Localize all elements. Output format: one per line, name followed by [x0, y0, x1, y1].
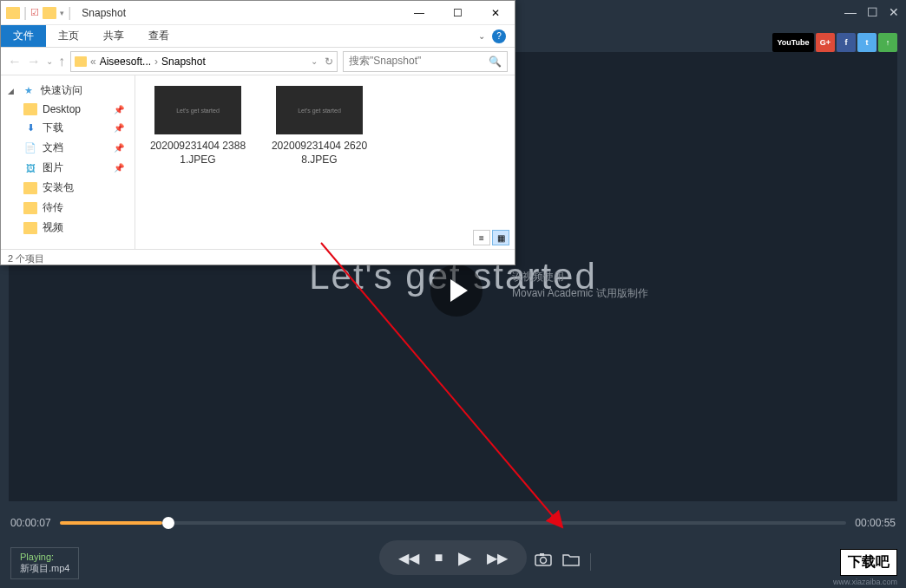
refresh-button[interactable]: ↻: [325, 56, 333, 68]
timeline: 00:00:07 00:00:55: [10, 517, 896, 529]
nav-bar: ← → ⌄ ↑ « Aiseesoft... › Snapshot ⌄ ↻ 搜索…: [1, 48, 515, 75]
back-button[interactable]: ←: [8, 54, 22, 69]
divider: [590, 553, 591, 571]
explorer-body: ◢★快速访问 Desktop📌 ⬇下载📌 📄文档📌 🖼图片📌 安装包 待传 视频…: [1, 75, 515, 249]
close-button[interactable]: ✕: [476, 1, 515, 25]
rewind-button[interactable]: ◀◀: [398, 550, 419, 566]
twitter-button[interactable]: t: [857, 33, 876, 52]
svg-rect-2: [540, 553, 544, 556]
search-input[interactable]: 搜索"Snapshot" 🔍: [343, 51, 508, 72]
sidebar-item-docs[interactable]: 📄文档📌: [1, 138, 135, 158]
social-bar: YouTube G+ f t ↑: [772, 33, 897, 52]
qat-sep: |: [68, 5, 71, 21]
file-thumbnail: Let's get started: [154, 86, 241, 134]
sidebar-item-pictures[interactable]: 🖼图片📌: [1, 158, 135, 178]
breadcrumb-seg[interactable]: Aiseesoft...: [100, 56, 151, 68]
file-name: 202009231404 23881.JPEG: [146, 140, 250, 167]
quick-access-toolbar: | ☑ ▾ |: [1, 5, 76, 21]
icons-view-button[interactable]: ▦: [492, 230, 509, 245]
search-icon: 🔍: [489, 56, 502, 68]
file-item[interactable]: Let's get started 202009231404 23881.JPE…: [146, 86, 250, 167]
sidebar-item-video[interactable]: 视频: [1, 218, 135, 238]
view-options: ≡ ▦: [473, 230, 509, 245]
seek-slider[interactable]: [60, 521, 847, 525]
controls-row: ◀◀ ■ ▶ ▶▶: [0, 536, 906, 579]
sidebar-item-pending[interactable]: 待传: [1, 198, 135, 218]
play-overlay-button[interactable]: [430, 265, 483, 317]
ribbon-expand-icon[interactable]: ⌄: [478, 31, 485, 41]
ribbon-tabs: 文件 主页 共享 查看 ⌄ ?: [1, 25, 515, 48]
sidebar: ◢★快速访问 Desktop📌 ⬇下载📌 📄文档📌 🖼图片📌 安装包 待传 视频: [1, 75, 135, 249]
sidebar-item-desktop[interactable]: Desktop📌: [1, 101, 135, 118]
item-count: 2 个项目: [8, 252, 44, 265]
file-grid[interactable]: Let's get started 202009231404 23881.JPE…: [135, 75, 515, 249]
seek-thumb[interactable]: [162, 517, 174, 529]
folder-icon: [562, 552, 580, 566]
forward-button[interactable]: →: [27, 54, 41, 69]
history-dropdown[interactable]: ⌄: [46, 56, 53, 66]
play-icon: [450, 279, 468, 302]
maximize-button[interactable]: ☐: [867, 5, 878, 19]
sidebar-item-downloads[interactable]: ⬇下载📌: [1, 118, 135, 138]
explorer-titlebar[interactable]: | ☑ ▾ | Snapshot — ☐ ✕: [1, 1, 515, 25]
time-current: 00:00:07: [10, 517, 51, 529]
tab-share[interactable]: 共享: [91, 25, 136, 47]
download-url: www.xiazaiba.com: [833, 578, 897, 586]
close-button[interactable]: ✕: [889, 5, 899, 19]
tab-file[interactable]: 文件: [1, 25, 46, 47]
window-title: Snapshot: [82, 7, 126, 19]
time-total: 00:00:55: [855, 517, 896, 529]
maximize-button[interactable]: ☐: [438, 1, 476, 25]
extra-controls: [535, 552, 591, 571]
progress-fill: [60, 521, 162, 525]
playback-controls: ◀◀ ■ ▶ ▶▶: [379, 540, 528, 575]
address-bar[interactable]: « Aiseesoft... › Snapshot ⌄ ↻: [70, 51, 338, 72]
qat-check-icon[interactable]: ☑: [30, 7, 39, 18]
forward-button[interactable]: ▶▶: [487, 550, 508, 566]
snapshot-button[interactable]: [535, 552, 552, 571]
sidebar-item-pkg[interactable]: 安装包: [1, 178, 135, 198]
youtube-button[interactable]: YouTube: [772, 33, 814, 52]
breadcrumb-seg[interactable]: Snapshot: [161, 56, 206, 68]
up-button[interactable]: ↑: [58, 54, 65, 69]
stop-button[interactable]: ■: [435, 550, 443, 565]
googleplus-button[interactable]: G+: [816, 33, 835, 52]
address-dropdown[interactable]: ⌄: [311, 56, 318, 66]
sidebar-quick-access[interactable]: ◢★快速访问: [1, 81, 135, 101]
qat-sep: |: [23, 5, 27, 21]
details-view-button[interactable]: ≡: [473, 230, 490, 245]
upload-button[interactable]: ↑: [878, 33, 897, 52]
folder-icon: [75, 56, 87, 67]
svg-point-1: [541, 558, 547, 564]
camera-icon: [535, 552, 552, 566]
watermark-text: 该视频使用 Movavi Academic 试用版制作: [512, 269, 648, 302]
file-thumbnail: Let's get started: [276, 86, 363, 134]
open-folder-button[interactable]: [562, 552, 580, 571]
minimize-button[interactable]: —: [400, 1, 438, 25]
status-bar: 2 个项目: [1, 249, 515, 268]
tab-view[interactable]: 查看: [136, 25, 181, 47]
tab-home[interactable]: 主页: [46, 25, 91, 47]
explorer-window: | ☑ ▾ | Snapshot — ☐ ✕ 文件 主页 共享 查看 ⌄ ? ←…: [0, 0, 515, 265]
file-name: 202009231404 26208.JPEG: [267, 140, 371, 167]
facebook-button[interactable]: f: [837, 33, 856, 52]
play-button[interactable]: ▶: [458, 547, 471, 568]
help-icon[interactable]: ?: [492, 29, 506, 43]
file-item[interactable]: Let's get started 202009231404 26208.JPE…: [267, 86, 371, 167]
qat-dropdown[interactable]: ▾: [60, 9, 64, 17]
download-badge: 下载吧: [840, 549, 897, 576]
minimize-button[interactable]: —: [844, 5, 857, 19]
folder-icon: [6, 7, 20, 19]
folder-icon[interactable]: [43, 7, 56, 19]
